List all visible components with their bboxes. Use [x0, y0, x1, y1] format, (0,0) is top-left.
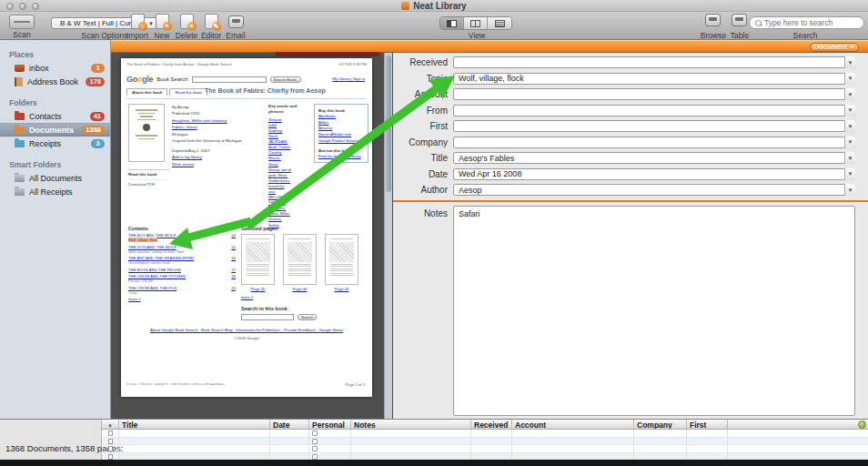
- google-copyright: ©2008 Google: [121, 336, 372, 340]
- personal-checkbox[interactable]: [312, 454, 318, 460]
- company-field-label: Company: [393, 137, 448, 147]
- google-footer-links: About Google Book Search - Book Search B…: [121, 328, 372, 332]
- search-input[interactable]: [764, 18, 858, 27]
- add-column-icon[interactable]: [858, 420, 866, 429]
- company-field[interactable]: ▼: [453, 137, 855, 148]
- account-field[interactable]: ▼: [453, 88, 855, 100]
- table-row[interactable]: [102, 438, 868, 446]
- editor-button[interactable]: ✎: [199, 14, 223, 29]
- book-cover-thumbnail: [128, 104, 165, 162]
- date-field[interactable]: Wed Apr 16 2008▼: [453, 168, 855, 180]
- from-field[interactable]: ▼: [453, 105, 855, 116]
- email-button-label[interactable]: Email: [224, 31, 247, 40]
- scan-icon[interactable]: [9, 15, 35, 29]
- sidebar-item-all-documents[interactable]: All Documents: [0, 171, 110, 185]
- personal-checkbox[interactable]: [312, 446, 318, 451]
- browse-icon: [705, 14, 721, 26]
- search-label: Search: [764, 31, 846, 40]
- sidebar-item-all-receipts[interactable]: All Receipts: [0, 185, 110, 198]
- document-row-icon: [108, 454, 113, 460]
- email-button[interactable]: [224, 14, 247, 26]
- buy-link: BarnesANoble.com: [318, 132, 364, 138]
- chevron-down-icon[interactable]: ▼: [844, 184, 855, 196]
- smart-folder-icon: [15, 175, 25, 182]
- preview-scrollbar[interactable]: [384, 53, 392, 419]
- search-field-container: [749, 16, 864, 29]
- sidebar: Places inbox 1 Address Book 178 Folders …: [0, 40, 111, 419]
- scanned-document-page: The Book of Fables: Chiefly from Aesop -…: [121, 58, 372, 397]
- page-thumbnail-caption: Page 26: [325, 287, 358, 291]
- chevron-down-icon[interactable]: ▼: [844, 73, 855, 85]
- table-button[interactable]: [727, 14, 751, 26]
- icon-column-header[interactable]: ▼: [102, 420, 119, 429]
- table-row[interactable]: [102, 430, 868, 438]
- delete-button-label[interactable]: Delete: [175, 31, 198, 40]
- write-review-link: Write review: [172, 161, 265, 167]
- first-field[interactable]: ▼: [453, 120, 855, 132]
- document-row-icon: [108, 439, 113, 444]
- book-search-input: [192, 76, 267, 83]
- title-bar: Neat Library: [0, 0, 868, 12]
- chevron-down-icon: ▼: [850, 45, 854, 50]
- chevron-down-icon[interactable]: ▼: [844, 120, 855, 132]
- chevron-down-icon[interactable]: ▼: [844, 105, 855, 116]
- sidebar-item-receipts[interactable]: Receipts 3: [0, 137, 110, 150]
- chevron-down-icon[interactable]: ▼: [844, 137, 855, 148]
- column-header-first[interactable]: First: [687, 420, 728, 429]
- search-in-book-header: Search in this book: [241, 306, 365, 311]
- page-thumbnail-caption: Page 35: [241, 287, 275, 291]
- smart-folder-icon: [15, 188, 25, 196]
- author-field[interactable]: Aesop▼: [453, 184, 855, 196]
- scrollbar-thumb[interactable]: [386, 56, 391, 192]
- view-label: View: [439, 31, 514, 40]
- inbox-icon: [15, 65, 25, 72]
- scan-button-label[interactable]: Scan: [7, 30, 36, 39]
- buy-link: Alibris: [318, 120, 364, 127]
- column-header-notes[interactable]: Notes: [351, 420, 471, 429]
- document-type-dropdown[interactable]: Document ▼: [810, 43, 859, 52]
- chevron-down-icon[interactable]: ▼: [844, 168, 855, 180]
- book-publisher-link: Houghton, Mifflin and company: [172, 117, 265, 124]
- buy-link: Google Product Search: [318, 138, 364, 145]
- browse-button-label[interactable]: Browse: [699, 31, 728, 40]
- table-row[interactable]: [102, 445, 868, 453]
- view-single-pane-button[interactable]: [440, 17, 464, 29]
- column-header-account[interactable]: Account: [512, 420, 634, 429]
- column-header-company[interactable]: Company: [634, 420, 687, 429]
- column-header-personal[interactable]: Personal: [309, 420, 351, 429]
- received-field[interactable]: ▼: [453, 56, 855, 68]
- table-header-row: ▼ Title Date Personal Notes Received Acc…: [102, 420, 868, 430]
- column-header-received[interactable]: Received: [471, 420, 512, 429]
- filter-bar: Document ▼: [111, 40, 868, 53]
- delete-button[interactable]: ×: [175, 14, 198, 29]
- view-split-button[interactable]: [464, 17, 488, 29]
- sidebar-item-documents[interactable]: Documents 1368: [0, 123, 110, 137]
- new-button-label[interactable]: New: [150, 31, 174, 40]
- sidebar-item-inbox[interactable]: inbox 1: [0, 61, 110, 75]
- table-button-label[interactable]: Table: [725, 31, 754, 40]
- notes-textarea[interactable]: Safari: [453, 206, 855, 416]
- notes-field-label: Notes: [393, 206, 448, 218]
- sidebar-item-address-book[interactable]: Address Book 178: [0, 75, 110, 88]
- topic-field[interactable]: Wolf, village, flock▼: [453, 73, 855, 85]
- documents-count-badge: 1368: [82, 126, 105, 135]
- book-digitized-line: Digitized Aug 1, 2007: [172, 147, 265, 154]
- chevron-down-icon[interactable]: ▼: [844, 56, 855, 68]
- import-button-label[interactable]: Import: [126, 31, 149, 40]
- personal-checkbox[interactable]: [312, 439, 318, 444]
- title-field[interactable]: Aesop's Fables▼: [453, 152, 855, 164]
- view-list-button[interactable]: [488, 17, 511, 29]
- contents-more-link: more »: [128, 297, 140, 301]
- personal-checkbox[interactable]: [312, 431, 318, 436]
- import-button[interactable]: ↓: [126, 14, 149, 29]
- chevron-down-icon[interactable]: ▼: [844, 88, 855, 100]
- column-header-date[interactable]: Date: [270, 420, 309, 429]
- sidebar-group-places: Places: [0, 48, 110, 61]
- column-header-title[interactable]: Title: [119, 420, 270, 429]
- new-button[interactable]: +: [150, 14, 174, 29]
- sidebar-item-contacts[interactable]: Contacts 41: [0, 109, 110, 123]
- editor-button-label[interactable]: Editor: [199, 31, 223, 40]
- received-field-label: Received: [393, 57, 448, 67]
- chevron-down-icon[interactable]: ▼: [844, 152, 855, 164]
- browse-button[interactable]: [701, 14, 724, 26]
